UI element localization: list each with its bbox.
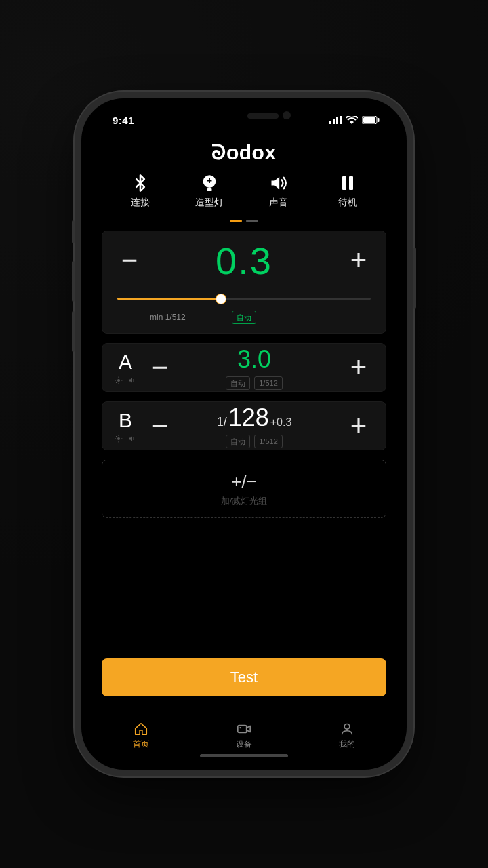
status-indicators <box>329 116 380 124</box>
group-a-plus-button[interactable]: + <box>331 351 386 384</box>
cellular-icon <box>329 116 342 124</box>
tab-device-label: 设备 <box>236 738 252 750</box>
group-b-plus-button[interactable]: + <box>331 410 386 442</box>
pause-icon <box>340 174 356 193</box>
svg-point-30 <box>239 727 241 728</box>
group-b-letter: B <box>119 409 132 432</box>
brightness-icon <box>115 435 123 443</box>
svg-rect-8 <box>207 188 212 191</box>
svg-rect-0 <box>329 121 331 124</box>
svg-rect-10 <box>349 176 353 190</box>
tab-mine[interactable]: 我的 <box>296 709 399 762</box>
tab-mine-label: 我的 <box>339 738 355 750</box>
model-light-label: 造型灯 <box>195 197 224 209</box>
svg-line-18 <box>116 382 117 383</box>
group-b-value: 1/ 128 +0.3 <box>217 403 292 432</box>
auto-chip[interactable]: 自动 <box>232 311 256 324</box>
bluetooth-icon <box>131 174 150 193</box>
svg-line-27 <box>116 441 117 441</box>
svg-rect-1 <box>333 119 335 124</box>
add-group-card[interactable]: +/− 加/减灯光组 <box>102 460 386 518</box>
min-label: min 1/512 <box>150 313 186 322</box>
main-plus-button[interactable]: + <box>331 244 386 277</box>
group-a-letter: A <box>119 351 132 374</box>
svg-point-31 <box>344 724 350 729</box>
home-indicator[interactable] <box>200 754 288 757</box>
bulb-icon <box>200 174 219 193</box>
group-a-auto-chip[interactable]: 自动 <box>226 376 250 390</box>
tab-home[interactable]: 首页 <box>89 709 192 762</box>
group-a-card: A − 3.0 自动 1/512 + <box>102 343 386 392</box>
page-indicator <box>102 212 386 231</box>
page-dot <box>246 220 258 222</box>
phone-screen: 9:41 ᘐodox 连接 造型灯 <box>89 106 399 762</box>
wifi-icon <box>346 116 358 124</box>
battery-icon <box>362 116 380 124</box>
svg-line-19 <box>121 378 121 378</box>
group-b-ratio-chip[interactable]: 1/512 <box>254 435 283 448</box>
sound-button[interactable]: 声音 <box>255 174 302 209</box>
standby-label: 待机 <box>338 197 357 209</box>
svg-rect-5 <box>363 117 375 123</box>
svg-line-28 <box>121 436 121 437</box>
main-minus-button[interactable]: − <box>102 244 157 277</box>
group-b-minus-button[interactable]: − <box>143 410 177 442</box>
top-icon-row: 连接 造型灯 声音 待机 <box>102 174 386 212</box>
svg-rect-6 <box>378 118 380 122</box>
sound-mini-icon <box>128 435 136 443</box>
connect-button[interactable]: 连接 <box>117 174 164 209</box>
group-a-ratio-chip[interactable]: 1/512 <box>254 376 283 390</box>
user-icon <box>340 722 354 736</box>
svg-rect-29 <box>238 725 247 732</box>
main-slider[interactable] <box>117 290 371 309</box>
svg-rect-3 <box>340 116 342 124</box>
model-light-button[interactable]: 造型灯 <box>186 174 233 209</box>
group-b-card: B − 1/ 128 +0.3 自动 1/512 <box>102 401 386 450</box>
test-button[interactable]: Test <box>102 658 386 696</box>
group-a-value: 3.0 <box>237 345 271 374</box>
svg-rect-9 <box>342 176 346 190</box>
add-group-symbol: +/− <box>231 471 257 492</box>
brightness-icon <box>115 376 123 384</box>
tab-home-label: 首页 <box>133 738 149 750</box>
group-b-auto-chip[interactable]: 自动 <box>226 435 250 448</box>
svg-line-17 <box>121 382 121 383</box>
main-power-card: − 0.3 + min 1/512 自动 <box>102 231 386 334</box>
main-value: 0.3 <box>157 239 331 283</box>
speaker-icon <box>269 174 288 193</box>
sound-label: 声音 <box>269 197 288 209</box>
status-time: 9:41 <box>113 115 134 126</box>
standby-button[interactable]: 待机 <box>324 174 371 209</box>
group-a-minus-button[interactable]: − <box>143 351 177 384</box>
svg-line-25 <box>116 436 117 437</box>
svg-line-26 <box>121 441 121 441</box>
phone-frame: 9:41 ᘐodox 连接 造型灯 <box>81 98 407 770</box>
svg-point-11 <box>117 379 120 382</box>
camera-icon <box>235 722 253 736</box>
notch <box>173 106 315 127</box>
add-group-label: 加/减灯光组 <box>221 495 268 507</box>
sound-mini-icon <box>128 376 136 384</box>
svg-point-20 <box>117 437 120 440</box>
brand-logo: ᘐodox <box>102 134 386 174</box>
connect-label: 连接 <box>131 197 150 209</box>
page-dot-active <box>230 220 242 222</box>
svg-rect-2 <box>336 117 338 124</box>
home-icon <box>133 722 149 736</box>
svg-line-16 <box>116 378 117 378</box>
